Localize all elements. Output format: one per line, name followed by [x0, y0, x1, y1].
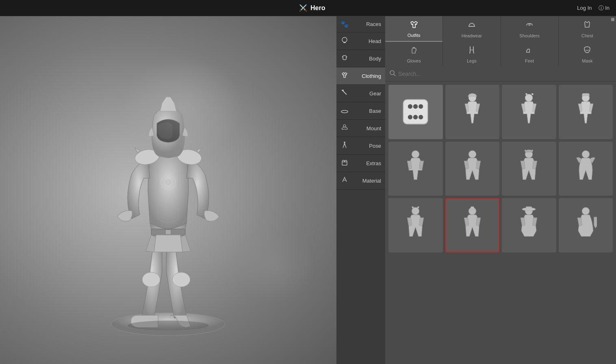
svg-point-42: [582, 151, 589, 158]
svg-rect-18: [342, 90, 344, 91]
figure-6: [507, 147, 551, 190]
svg-rect-14: [343, 56, 346, 60]
figure-1: [451, 90, 494, 134]
tab-chest[interactable]: Chest: [559, 16, 616, 42]
outfit-card-5[interactable]: [445, 142, 500, 196]
tab-shoulders-label: Shoulders: [519, 33, 540, 38]
extras-icon: [341, 159, 349, 168]
tab-outfits-label: Outfits: [408, 33, 421, 38]
sidebar-label-clothing: Clothing: [352, 73, 381, 79]
sidebar-label-extras: Extras: [352, 160, 381, 166]
outfit-card-random[interactable]: [388, 85, 443, 139]
svg-point-20: [343, 125, 346, 127]
svg-point-43: [412, 207, 419, 215]
sidebar-label-mount: Mount: [352, 125, 381, 131]
outfit-card-8[interactable]: [388, 198, 443, 252]
sidebar-item-pose[interactable]: Pose: [336, 137, 385, 155]
sidebar-item-body[interactable]: Body: [336, 50, 385, 67]
figure-7: [564, 147, 607, 190]
sidebar-item-material[interactable]: Material: [336, 172, 385, 190]
tab-gloves[interactable]: Gloves: [385, 42, 442, 67]
chest-tab-icon: [582, 20, 592, 32]
topbar-right: Log In ⓘ In: [577, 4, 609, 12]
app-title-area: ⚔️ Hero: [299, 4, 325, 12]
sidebar-item-base[interactable]: Base: [336, 102, 385, 120]
svg-point-33: [419, 115, 423, 119]
svg-point-40: [469, 151, 476, 158]
svg-line-28: [394, 74, 395, 76]
svg-point-19: [341, 110, 348, 113]
svg-rect-5: [165, 230, 171, 235]
svg-rect-22: [342, 162, 347, 165]
tab-headwear[interactable]: Headwear: [443, 16, 500, 42]
tab-mask[interactable]: Mask: [559, 42, 616, 67]
tab-chest-label: Chest: [581, 33, 593, 38]
gear-icon: [341, 89, 349, 98]
sidebar-label-body: Body: [352, 56, 381, 62]
svg-line-17: [343, 90, 347, 95]
search-input[interactable]: [398, 71, 612, 77]
figure-8: [394, 203, 437, 247]
material-icon: [341, 176, 349, 185]
main-area: 🐾 Races Head Body: [0, 16, 616, 364]
tab-shoulders[interactable]: Shoulders: [501, 16, 558, 42]
chest-badge: [611, 18, 614, 21]
svg-point-25: [529, 24, 530, 26]
svg-point-47: [582, 207, 589, 215]
sidebar-label-pose: Pose: [352, 143, 381, 149]
outfit-card-10[interactable]: [502, 198, 556, 252]
svg-point-11: [128, 321, 209, 330]
sidebar-item-head[interactable]: Head: [336, 32, 385, 50]
sidebar-label-head: Head: [352, 38, 381, 44]
tab-outfits[interactable]: Outfits: [385, 16, 442, 42]
tab-feet[interactable]: Feet: [501, 42, 558, 67]
figure-2: [507, 90, 551, 134]
outfit-card-6[interactable]: [502, 142, 556, 196]
outfit-card-7[interactable]: [559, 142, 613, 196]
svg-point-34: [413, 104, 418, 109]
viewport: [0, 16, 336, 364]
sidebar-item-races[interactable]: 🐾 Races: [336, 16, 385, 32]
app-title-icon: ⚔️: [299, 4, 307, 12]
svg-point-39: [412, 151, 419, 158]
head-icon: [341, 37, 349, 45]
login-button[interactable]: Log In: [577, 5, 592, 11]
sidebar-label-gear: Gear: [352, 90, 381, 97]
pose-icon: [341, 141, 349, 150]
figure-9: [451, 204, 493, 246]
outfit-card-1[interactable]: [445, 85, 500, 139]
svg-point-37: [525, 94, 533, 101]
legs-tab-icon: [467, 45, 477, 57]
svg-point-3: [172, 272, 190, 287]
svg-point-32: [408, 115, 412, 119]
right-panel: Outfits Headwear Shoulde: [385, 16, 616, 364]
figure-3: [564, 90, 607, 134]
character-container: [91, 44, 245, 336]
sidebar-item-extras[interactable]: Extras: [336, 155, 385, 172]
figure-10: [507, 203, 551, 247]
character-figure: [91, 44, 245, 336]
outfit-card-4[interactable]: [388, 142, 443, 196]
outfit-card-9[interactable]: [445, 198, 500, 252]
body-icon: [341, 54, 349, 63]
tab-feet-label: Feet: [525, 58, 534, 63]
figure-11: [564, 203, 607, 247]
outfit-card-3[interactable]: [559, 85, 613, 139]
outfit-card-11[interactable]: [559, 198, 613, 252]
sidebar-label-base: Base: [352, 108, 381, 114]
search-bar: [385, 67, 616, 82]
svg-point-31: [419, 104, 423, 109]
sidebar-item-mount[interactable]: Mount: [336, 120, 385, 137]
svg-point-30: [408, 104, 412, 109]
clothing-icon: [341, 71, 349, 80]
headwear-tab-icon: [467, 20, 477, 32]
mount-icon: [341, 124, 349, 133]
sidebar-item-clothing[interactable]: Clothing: [336, 67, 385, 85]
info-button[interactable]: ⓘ In: [599, 4, 609, 12]
sidebar-item-gear[interactable]: Gear: [336, 85, 385, 102]
outfit-card-2[interactable]: [502, 85, 556, 139]
sidebar-label-races: Races: [352, 21, 381, 27]
shoulders-tab-icon: [525, 20, 534, 32]
races-icon: 🐾: [341, 20, 349, 28]
tab-legs[interactable]: Legs: [443, 42, 500, 67]
